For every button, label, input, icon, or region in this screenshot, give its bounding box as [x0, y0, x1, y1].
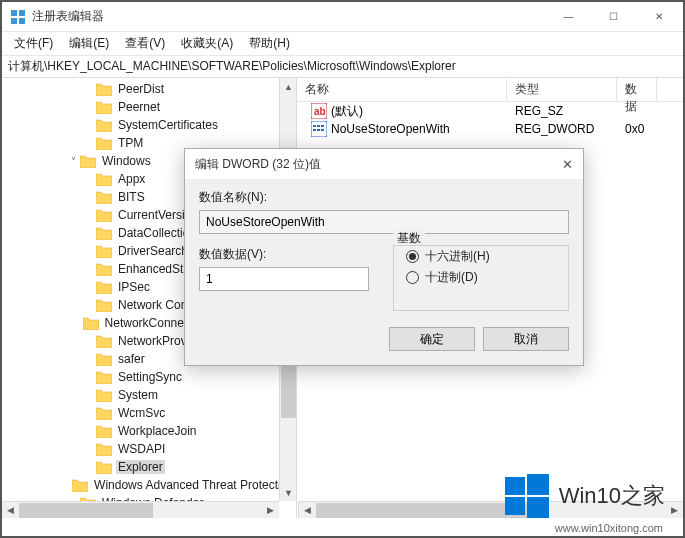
value-data-label: 数值数据(V): — [199, 246, 369, 263]
maximize-button[interactable]: ☐ — [591, 3, 636, 31]
tree-node[interactable]: System — [2, 386, 296, 404]
svg-rect-11 — [317, 129, 320, 131]
radio-icon — [406, 271, 419, 284]
svg-rect-7 — [313, 125, 316, 127]
value-name-label: 数值名称(N): — [199, 189, 569, 206]
tree-node-label: WcmSvc — [116, 406, 167, 420]
tree-node[interactable]: WSDAPI — [2, 440, 296, 458]
scroll-right-icon[interactable]: ▶ — [666, 502, 683, 519]
tree-node[interactable]: SystemCertificates — [2, 116, 296, 134]
radio-decimal[interactable]: 十进制(D) — [406, 269, 556, 286]
folder-icon — [96, 137, 112, 150]
tree-node-label: Peernet — [116, 100, 162, 114]
folder-icon — [96, 281, 112, 294]
tree-node[interactable]: WorkplaceJoin — [2, 422, 296, 440]
watermark-text: Win10之家 — [559, 481, 665, 511]
folder-icon — [96, 299, 112, 312]
tree-node-label: SystemCertificates — [116, 118, 220, 132]
value-name: NoUseStoreOpenWith — [331, 122, 450, 136]
tree-node[interactable]: WcmSvc — [2, 404, 296, 422]
dialog-title: 编辑 DWORD (32 位)值 — [195, 156, 533, 173]
scroll-left-icon[interactable]: ◀ — [2, 502, 19, 519]
menu-view[interactable]: 查看(V) — [117, 33, 173, 54]
svg-rect-9 — [321, 125, 324, 127]
folder-icon — [96, 407, 112, 420]
svg-rect-1 — [19, 10, 25, 16]
dialog-close-button[interactable]: ✕ — [533, 157, 573, 172]
watermark: Win10之家 — [505, 474, 665, 518]
svg-rect-8 — [317, 125, 320, 127]
menu-file[interactable]: 文件(F) — [6, 33, 61, 54]
scroll-down-icon[interactable]: ▼ — [280, 484, 297, 501]
svg-rect-15 — [505, 497, 525, 515]
column-data[interactable]: 数据 — [617, 78, 657, 101]
menu-edit[interactable]: 编辑(E) — [61, 33, 117, 54]
tree-node-label: safer — [116, 352, 147, 366]
svg-rect-13 — [505, 477, 525, 495]
tree-node[interactable]: Windows Advanced Threat Protection — [2, 476, 296, 494]
minimize-button[interactable]: — — [546, 3, 591, 31]
tree-node-label: Explorer — [116, 460, 165, 474]
scroll-thumb[interactable] — [19, 503, 153, 518]
folder-icon — [96, 335, 112, 348]
cancel-button[interactable]: 取消 — [483, 327, 569, 351]
folder-icon — [96, 119, 112, 132]
menu-favorites[interactable]: 收藏夹(A) — [173, 33, 241, 54]
svg-text:ab: ab — [314, 106, 326, 117]
list-row[interactable]: NoUseStoreOpenWithREG_DWORD0x0 — [297, 120, 683, 138]
tree-node-label: System — [116, 388, 160, 402]
column-name[interactable]: 名称 — [297, 78, 507, 101]
tree-node[interactable]: Explorer — [2, 458, 296, 476]
tree-node[interactable]: PeerDist — [2, 80, 296, 98]
ok-button[interactable]: 确定 — [389, 327, 475, 351]
svg-rect-2 — [11, 18, 17, 24]
address-bar[interactable]: 计算机\HKEY_LOCAL_MACHINE\SOFTWARE\Policies… — [2, 56, 683, 78]
folder-icon — [96, 461, 112, 474]
tree-node[interactable]: Peernet — [2, 98, 296, 116]
folder-icon — [83, 317, 99, 330]
radio-hexadecimal[interactable]: 十六进制(H) — [406, 248, 556, 265]
tree-node-label: Appx — [116, 172, 147, 186]
base-radio-group: 十六进制(H) 十进制(D) — [393, 245, 569, 311]
value-name: (默认) — [331, 103, 363, 120]
radio-icon — [406, 250, 419, 263]
radio-hex-label: 十六进制(H) — [425, 248, 490, 265]
list-header[interactable]: 名称 类型 数据 — [297, 78, 683, 102]
value-data-input[interactable] — [199, 267, 369, 291]
tree-node-label: Windows — [100, 154, 153, 168]
expander-icon[interactable]: ˅ — [66, 156, 80, 167]
window-title: 注册表编辑器 — [32, 8, 546, 25]
folder-icon — [96, 263, 112, 276]
svg-rect-16 — [527, 497, 549, 518]
tree-node[interactable]: SettingSync — [2, 368, 296, 386]
watermark-url: www.win10xitong.com — [555, 522, 663, 534]
tree-scrollbar-horizontal[interactable]: ◀ ▶ — [2, 501, 279, 518]
value-data: 0x0 — [617, 122, 657, 136]
tree-node-label: PeerDist — [116, 82, 166, 96]
titlebar: 注册表编辑器 — ☐ ✕ — [2, 2, 683, 32]
folder-icon — [96, 209, 112, 222]
dialog-body: 数值名称(N): 数值数据(V): 基数 十六进制(H) 十进制(D) — [185, 179, 583, 365]
scroll-left-icon[interactable]: ◀ — [299, 502, 316, 519]
svg-rect-0 — [11, 10, 17, 16]
folder-icon — [96, 371, 112, 384]
tree-node-label: WorkplaceJoin — [116, 424, 198, 438]
menu-help[interactable]: 帮助(H) — [241, 33, 298, 54]
value-name-input[interactable] — [199, 210, 569, 234]
svg-rect-12 — [321, 129, 324, 131]
column-type[interactable]: 类型 — [507, 78, 617, 101]
close-button[interactable]: ✕ — [636, 3, 681, 31]
dialog-titlebar: 编辑 DWORD (32 位)值 ✕ — [185, 149, 583, 179]
folder-icon — [96, 227, 112, 240]
folder-icon — [96, 173, 112, 186]
tree-node-label: TPM — [116, 136, 145, 150]
scroll-up-icon[interactable]: ▲ — [280, 78, 297, 95]
window-controls: — ☐ ✕ — [546, 3, 681, 31]
string-value-icon: ab — [311, 103, 327, 119]
scroll-right-icon[interactable]: ▶ — [262, 502, 279, 519]
value-type: REG_DWORD — [507, 122, 617, 136]
folder-icon — [96, 425, 112, 438]
dword-value-icon — [311, 121, 327, 137]
value-type: REG_SZ — [507, 104, 617, 118]
svg-rect-10 — [313, 129, 316, 131]
